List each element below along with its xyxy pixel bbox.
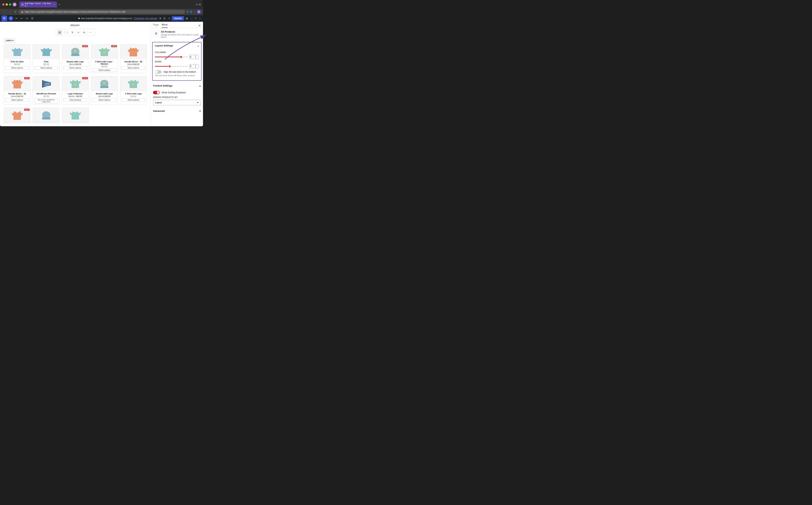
rows-increment[interactable]: ▲ — [195, 64, 196, 66]
select-options-tshirt-logo[interactable]: Select options — [122, 98, 145, 102]
product-image-beanie-logo-1: SALE — [62, 44, 88, 59]
rows-input[interactable] — [189, 65, 195, 67]
align-btn[interactable]: ≡ — [76, 30, 80, 35]
update-button[interactable]: Update — [172, 16, 184, 20]
block-icon: ⊞ — [153, 30, 159, 36]
sale-price-ha: $42.00 — [17, 95, 23, 98]
tab-bar: W Edit Page "Home" < My Woo S... ✕ + — [19, 1, 194, 7]
product-image-row3-1: SALE — [4, 108, 30, 123]
svg-rect-16 — [42, 117, 50, 120]
wp-admin-bar: W + ✏ ↩ ↪ ☰ woo-superbly-thoughtful-arti… — [0, 15, 203, 22]
site-status-dot — [78, 18, 80, 19]
columns-slider-thumb[interactable] — [180, 56, 182, 58]
options-btn[interactable]: ⋮ — [198, 16, 202, 20]
close-customize-btn[interactable]: ✕ — [159, 17, 161, 20]
browser-minimize-btn[interactable]: ⊟ — [196, 3, 198, 6]
sorting-toggle-row: Show Sorting Dropdown — [153, 91, 201, 94]
product-image-pennant: WORD PRESS — [33, 76, 59, 92]
minimize-traffic-light[interactable] — [6, 3, 8, 6]
sorting-toggle-label: Show Sorting Dropdown — [162, 91, 186, 94]
rows-decrement[interactable]: ▼ — [195, 66, 196, 68]
sorting-toggle[interactable] — [153, 91, 160, 94]
refresh-button[interactable]: ↺ — [13, 10, 17, 14]
add-new-button[interactable]: + — [9, 16, 13, 21]
select-options-beanie-1[interactable]: Select options — [63, 66, 87, 70]
original-price-ha: $45.00 — [11, 95, 17, 98]
browser-maximize-btn[interactable]: ⊠ — [199, 3, 201, 6]
undo-button[interactable]: ↩ — [20, 16, 24, 21]
rows-slider-thumb[interactable] — [168, 65, 171, 67]
tshirt-women-image — [99, 46, 110, 57]
order-btn[interactable]: ⇅ — [70, 30, 75, 35]
ssl-icon: 🔒 — [21, 11, 24, 13]
order-products-dropdown[interactable]: Latest Price: Low to High Price: High to… — [153, 100, 201, 105]
columns-increment[interactable]: ▲ — [195, 55, 196, 57]
more-options-btn[interactable]: ⋯ — [88, 30, 93, 35]
row3-3-image — [70, 110, 81, 121]
tab-page[interactable]: Page — [153, 23, 159, 28]
sort-chevron: ▾ — [12, 39, 13, 42]
select-options-hoodie-b[interactable]: Select options — [122, 66, 145, 70]
select-options-beanie-2[interactable]: Select options — [93, 98, 116, 102]
extensions-btn[interactable]: ⚙ — [187, 10, 189, 13]
buy-btn-pennant[interactable]: Buy on the WordPress swag store! — [34, 98, 58, 104]
edit-button[interactable]: ✏ — [15, 16, 18, 21]
active-tab[interactable]: W Edit Page "Home" < My Woo S... ✕ — [19, 1, 57, 7]
layout-btn[interactable]: ⊞ — [185, 16, 188, 20]
svg-point-2 — [74, 49, 77, 52]
external-btn[interactable]: ↗ — [167, 16, 170, 20]
redo-button[interactable]: ↪ — [25, 16, 29, 21]
new-tab-button[interactable]: + — [58, 3, 61, 6]
back-button[interactable]: ← — [2, 10, 6, 14]
traffic-lights — [2, 3, 11, 6]
panel-close-btn[interactable]: ✕ — [198, 24, 201, 27]
url-bar[interactable]: 🔒 https://woo-superbly-thoughtful-artisa… — [19, 10, 185, 14]
columns-slider-fill — [155, 56, 181, 57]
tab-block[interactable]: Block — [162, 23, 168, 28]
svg-rect-6 — [42, 80, 43, 88]
browser-toolbar-actions: ⚙ 👤 ⋯ B — [187, 10, 201, 14]
svg-rect-1 — [71, 54, 79, 56]
sort-dropdown[interactable]: Latest ▾ — [4, 38, 15, 43]
dots-view-btn[interactable]: ⋮⋮ — [62, 30, 70, 35]
product-name-pennant: WordPress Pennant — [34, 93, 58, 95]
link-btn[interactable]: ⊘ — [82, 30, 86, 35]
help-btn[interactable]: ? — [194, 16, 197, 20]
original-price-b2: $30.00 — [98, 95, 104, 98]
grid-view-btn[interactable]: ⊞ — [57, 30, 62, 35]
product-info-beanie-2: Beanie with Logo $30.00 $18.00 Select op… — [91, 92, 118, 103]
select-options-hoodie-a[interactable]: Select options — [5, 98, 29, 102]
customize-link[interactable]: Customize your domain — [134, 17, 157, 20]
columns-slider-track[interactable] — [155, 56, 188, 57]
columns-slider-row: ▲ ▼ — [155, 55, 199, 59]
product-card-tshirt-women: SALE T-Shirt with Logo – Women $18.00 Se… — [91, 44, 118, 73]
columns-decrement[interactable]: ▼ — [195, 57, 196, 59]
columns-input[interactable] — [189, 56, 195, 58]
align-toggle[interactable] — [155, 70, 162, 73]
product-card-beanie-logo-2: Beanie with Logo $30.00 $18.00 Select op… — [91, 76, 118, 105]
content-settings-header[interactable]: Content Settings ▴ — [152, 82, 202, 89]
advanced-header[interactable]: Advanced ▾ — [152, 108, 202, 114]
close-traffic-light[interactable] — [2, 3, 4, 6]
profile-btn[interactable]: 👤 — [190, 10, 193, 13]
jetpack-btn[interactable]: ⬡ — [190, 16, 193, 20]
forward-button[interactable]: → — [8, 10, 12, 14]
block-info-text: All Products Display products from your … — [161, 30, 201, 38]
layout-settings-header[interactable]: Layout Settings ▴ — [153, 42, 201, 49]
view-products-btn[interactable]: View products — [63, 98, 87, 102]
polo-image — [41, 46, 52, 57]
list-view-button[interactable]: ☰ — [30, 16, 34, 21]
more-btn[interactable]: ⋯ — [194, 10, 196, 13]
tab-close-btn[interactable]: ✕ — [53, 4, 55, 6]
preview-icon-btn[interactable]: ⊡ — [163, 16, 166, 20]
product-image-hoodie-b — [120, 44, 147, 59]
select-options-polo[interactable]: Select options — [34, 66, 58, 70]
rows-slider-track[interactable] — [155, 66, 188, 67]
select-options-tshirt-women[interactable]: Select options — [93, 68, 116, 72]
product-name-logo-collection: Logo Collection — [63, 93, 87, 95]
product-card-polo: Polo $20.00 Select options — [33, 44, 59, 73]
select-options-polo-dani[interactable]: Select options — [5, 66, 29, 70]
maximize-traffic-light[interactable] — [9, 3, 11, 6]
columns-input-spinner: ▲ ▼ — [189, 55, 199, 59]
layout-settings-title: Layout Settings — [155, 44, 173, 47]
